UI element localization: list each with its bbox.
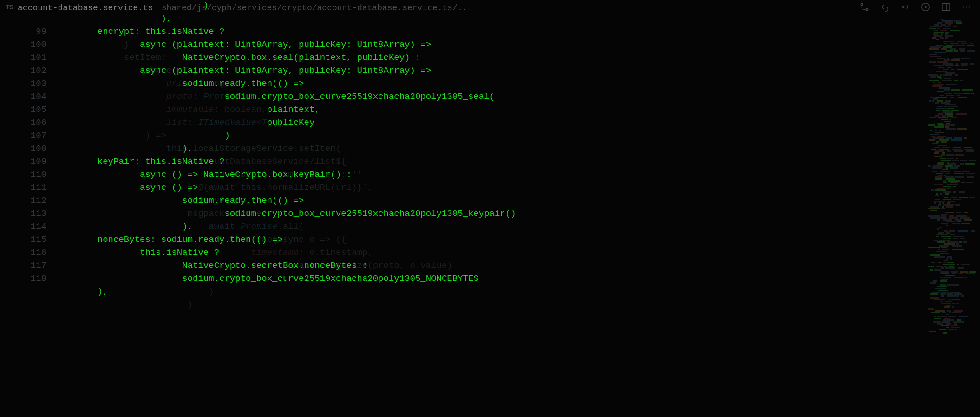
- minimap-row: [926, 39, 977, 40]
- minimap-row: [926, 19, 977, 20]
- line-number: 106: [0, 116, 46, 129]
- line-number: 112: [0, 194, 46, 207]
- code-area[interactable]: }, setItem: async <T>( url: string, prot…: [60, 16, 980, 417]
- minimap-row: [926, 100, 977, 102]
- minimap-row: [926, 267, 977, 269]
- minimap-row: [926, 63, 977, 65]
- minimap-row: [926, 253, 977, 254]
- line-number: 117: [0, 259, 46, 272]
- compare-changes-icon[interactable]: [859, 2, 869, 12]
- minimap-row: [926, 303, 977, 304]
- split-editor-icon[interactable]: [941, 2, 951, 12]
- minimap-row: [926, 299, 977, 300]
- minimap-row: [926, 321, 977, 323]
- minimap-row: [926, 312, 977, 313]
- minimap-row: [926, 74, 977, 76]
- run-icon[interactable]: [921, 2, 931, 12]
- minimap-row: [926, 314, 977, 315]
- minimap-row: [926, 290, 977, 291]
- minimap-row: [926, 71, 977, 72]
- line-number: 103: [0, 77, 46, 90]
- minimap-row: [926, 154, 977, 156]
- minimap-row: [926, 156, 977, 157]
- minimap-row: [926, 230, 977, 232]
- tab-filename[interactable]: account-database.service.ts: [18, 1, 153, 14]
- minimap-row: [926, 232, 977, 234]
- minimap-row: [926, 137, 977, 139]
- minimap-row: [926, 254, 977, 256]
- minimap-row: [926, 124, 977, 126]
- minimap-row: [926, 323, 977, 325]
- minimap-row: [926, 295, 977, 297]
- minimap-row: [926, 206, 977, 208]
- line-number: 102: [0, 64, 46, 77]
- line-number: 113: [0, 207, 46, 220]
- minimap-row: [926, 305, 977, 306]
- minimap-row: [926, 98, 977, 100]
- minimap-row: [926, 102, 977, 104]
- minimap-row: [926, 115, 977, 117]
- minimap-row: [926, 238, 977, 239]
- minimap-row: [926, 180, 977, 182]
- minimap-row: [926, 215, 977, 217]
- minimap-row: [926, 56, 977, 57]
- minimap-row: [926, 80, 977, 81]
- minimap-row: [926, 175, 977, 176]
- go-to-change-icon[interactable]: [900, 2, 910, 12]
- minimap-row: [926, 32, 977, 33]
- minimap-row: [926, 61, 977, 63]
- editor-tab-bar: TS account-database.service.ts shared/js…: [0, 0, 980, 16]
- minimap-row: [926, 191, 977, 193]
- line-number: 111: [0, 181, 46, 194]
- minimap-row: [926, 282, 977, 284]
- minimap-row: [926, 130, 977, 131]
- minimap-row: [926, 72, 977, 74]
- minimap-row: [926, 167, 977, 169]
- minimap-row: [926, 195, 977, 196]
- minimap-row: [926, 292, 977, 293]
- more-actions-icon[interactable]: [961, 2, 972, 12]
- minimap-row: [926, 176, 977, 178]
- minimap-row: [926, 22, 977, 24]
- revert-icon[interactable]: [880, 2, 890, 12]
- minimap-row: [926, 132, 977, 133]
- minimap-row: [926, 269, 977, 271]
- minimap-row: [926, 35, 977, 37]
- minimap-row: [926, 20, 977, 22]
- line-number: 108: [0, 142, 46, 155]
- minimap-row: [926, 264, 977, 265]
- minimap-row: [926, 236, 977, 237]
- minimap-row: [926, 221, 977, 222]
- minimap-row: [926, 108, 977, 109]
- minimap-row: [926, 280, 977, 282]
- minimap-row: [926, 325, 977, 326]
- minimap-row: [926, 240, 977, 241]
- minimap-row: [926, 145, 977, 146]
- minimap-row: [926, 169, 977, 170]
- minimap-row: [926, 223, 977, 224]
- minimap-row: [926, 316, 977, 317]
- minimap-row: [926, 245, 977, 247]
- minimap-row: [926, 45, 977, 46]
- minimap-row: [926, 46, 977, 48]
- minimap-row: [926, 117, 977, 118]
- minimap-row: [926, 275, 977, 276]
- minimap-row: [926, 210, 977, 211]
- breadcrumb[interactable]: shared/js/cyph/services/crypto/account-d…: [162, 1, 473, 14]
- minimap-row: [926, 186, 977, 187]
- line-number: 110: [0, 168, 46, 181]
- minimap-row: [926, 93, 977, 94]
- minimap-row: [926, 277, 977, 278]
- minimap-row: [926, 189, 977, 191]
- minimap[interactable]: [926, 19, 977, 414]
- minimap-row: [926, 288, 977, 289]
- code-editor[interactable]: 9910010110210310410510610710810911011111…: [0, 16, 980, 417]
- minimap-row: [926, 26, 977, 27]
- minimap-row: [926, 297, 977, 299]
- minimap-row: [926, 37, 977, 39]
- minimap-row: [926, 214, 977, 215]
- minimap-row: [926, 89, 977, 91]
- minimap-row: [926, 111, 977, 113]
- minimap-row: [926, 208, 977, 209]
- minimap-row: [926, 126, 977, 128]
